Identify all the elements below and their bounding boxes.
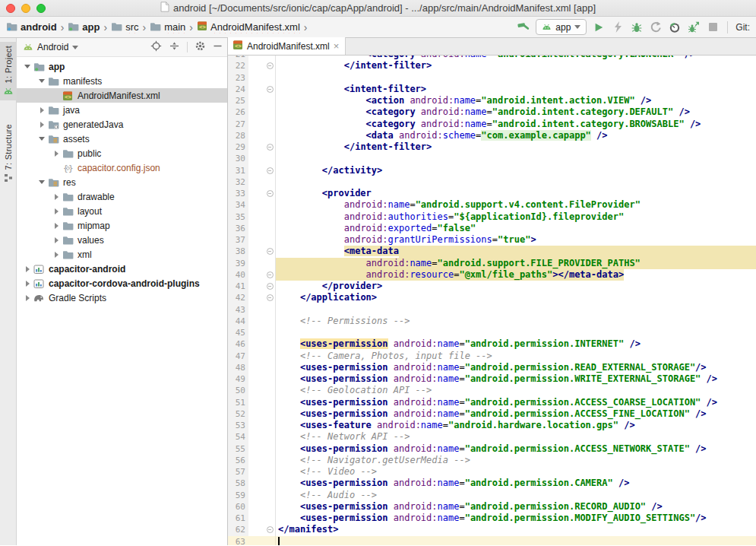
tree-down-arrow-icon[interactable] bbox=[36, 180, 47, 184]
code-line-52[interactable]: 52 <uses-permission android:name="androi… bbox=[228, 408, 756, 420]
tree-row-app[interactable]: app bbox=[17, 59, 227, 74]
tree-right-arrow-icon[interactable] bbox=[51, 194, 62, 200]
code-line-22[interactable]: 22 </intent-filter> bbox=[228, 60, 756, 71]
zoom-window-button[interactable] bbox=[36, 4, 46, 13]
code-line-25[interactable]: 25 <action android:name="android.intent.… bbox=[228, 95, 756, 106]
breadcrumb-item[interactable]: main bbox=[148, 21, 187, 33]
fold-marker-icon[interactable] bbox=[264, 60, 276, 71]
code-line-44[interactable]: 44 <!-- Permissions --> bbox=[228, 316, 756, 327]
collapse-all-icon[interactable] bbox=[169, 40, 180, 54]
profiler-icon[interactable] bbox=[668, 21, 682, 34]
close-tab-icon[interactable] bbox=[334, 41, 340, 51]
coverage-icon[interactable] bbox=[649, 21, 663, 34]
tree-down-arrow-icon[interactable] bbox=[22, 65, 33, 68]
tree-right-arrow-icon[interactable] bbox=[36, 122, 47, 128]
breadcrumb-item[interactable]: android bbox=[5, 21, 59, 33]
fold-marker-icon[interactable] bbox=[264, 281, 276, 292]
fold-marker-icon[interactable] bbox=[264, 292, 276, 303]
code-line-47[interactable]: 47 <!-- Camera, Photos, input file --> bbox=[228, 351, 756, 362]
breadcrumb-item[interactable]: app bbox=[66, 21, 101, 33]
code-line-57[interactable]: 57 <!-- Video --> bbox=[228, 466, 756, 478]
fold-marker-icon[interactable] bbox=[264, 246, 276, 257]
code-line-56[interactable]: 56 <!-- Navigator.getUserMedia --> bbox=[228, 455, 756, 466]
tree-right-arrow-icon[interactable] bbox=[22, 295, 33, 301]
run-icon[interactable] bbox=[592, 21, 606, 34]
code-line-45[interactable]: 45 bbox=[228, 327, 756, 338]
hide-panel-icon[interactable] bbox=[213, 41, 223, 53]
tree-row-xml[interactable]: xml bbox=[17, 247, 227, 262]
code-line-33[interactable]: 33 <provider bbox=[228, 188, 756, 199]
tree-row-assets[interactable]: assets bbox=[17, 132, 227, 146]
attach-debugger-icon[interactable] bbox=[687, 21, 701, 34]
debug-icon[interactable] bbox=[630, 21, 644, 34]
code-line-37[interactable]: 37 android:grantUriPermissions="true"> bbox=[228, 234, 756, 246]
code-line-41[interactable]: 41 </provider> bbox=[228, 281, 756, 292]
close-window-button[interactable] bbox=[6, 4, 15, 13]
run-configuration-select[interactable]: app bbox=[536, 19, 587, 35]
stop-icon[interactable] bbox=[706, 21, 720, 34]
tree-row-public[interactable]: public bbox=[17, 146, 227, 160]
code-line-30[interactable]: 30 bbox=[228, 153, 756, 164]
code-line-60[interactable]: 60 <uses-permission android:name="androi… bbox=[228, 501, 756, 513]
tree-right-arrow-icon[interactable] bbox=[51, 237, 62, 243]
code-line-34[interactable]: 34 android:name="android.support.v4.cont… bbox=[228, 199, 756, 211]
tree-right-arrow-icon[interactable] bbox=[51, 151, 62, 157]
fold-marker-icon[interactable] bbox=[264, 269, 276, 281]
code-line-54[interactable]: 54 <!-- Network API --> bbox=[228, 431, 756, 443]
code-line-53[interactable]: 53 <uses-feature android:name="android.h… bbox=[228, 420, 756, 431]
fold-marker-icon[interactable] bbox=[264, 165, 276, 176]
code-editor[interactable]: 21 <category android:name="android.inten… bbox=[228, 56, 756, 545]
chevron-down-icon[interactable] bbox=[72, 46, 78, 49]
tree-right-arrow-icon[interactable] bbox=[22, 281, 33, 287]
tree-row-drawable[interactable]: drawable bbox=[17, 189, 227, 204]
code-line-43[interactable]: 43 bbox=[228, 304, 756, 316]
fold-marker-icon[interactable] bbox=[264, 188, 276, 199]
tree-row-values[interactable]: values bbox=[17, 233, 227, 247]
tree-right-arrow-icon[interactable] bbox=[51, 252, 62, 258]
tree-right-arrow-icon[interactable] bbox=[36, 107, 47, 113]
stripe-tab--project[interactable]: 1: Project bbox=[0, 42, 17, 100]
code-line-50[interactable]: 50 <!-- Geolocation API --> bbox=[228, 385, 756, 396]
locate-file-icon[interactable] bbox=[150, 40, 162, 54]
tree-row-gradle-scripts[interactable]: Gradle Scripts bbox=[17, 290, 227, 305]
breadcrumb-item[interactable]: <>AndroidManifest.xml bbox=[195, 21, 302, 33]
tree-right-arrow-icon[interactable] bbox=[51, 223, 62, 229]
code-line-36[interactable]: 36 android:exported="false" bbox=[228, 223, 756, 234]
tree-down-arrow-icon[interactable] bbox=[36, 79, 47, 83]
settings-gear-icon[interactable] bbox=[195, 40, 206, 54]
code-line-40[interactable]: 40 android:resource="@xml/file_paths"></… bbox=[228, 269, 756, 281]
code-line-55[interactable]: 55 <uses-permission android:name="androi… bbox=[228, 443, 756, 455]
tree-right-arrow-icon[interactable] bbox=[51, 208, 62, 214]
fold-marker-icon[interactable] bbox=[264, 141, 276, 153]
minimize-window-button[interactable] bbox=[21, 4, 30, 13]
code-line-23[interactable]: 23 bbox=[228, 72, 756, 84]
breadcrumb-item[interactable]: src bbox=[109, 21, 140, 33]
code-line-63[interactable]: 63 bbox=[228, 536, 756, 546]
tree-right-arrow-icon[interactable] bbox=[22, 266, 33, 272]
tree-row-layout[interactable]: layout bbox=[17, 204, 227, 218]
code-line-27[interactable]: 27 <category android:name="android.inten… bbox=[228, 119, 756, 130]
code-line-59[interactable]: 59 <!-- Audio --> bbox=[228, 490, 756, 501]
tree-row-capacitor-android[interactable]: capacitor-android bbox=[17, 262, 227, 276]
editor-tab-androidmanifest[interactable]: <> AndroidManifest.xml bbox=[228, 37, 346, 55]
tree-row-generatedjava[interactable]: generatedJava bbox=[17, 117, 227, 132]
build-hammer-icon[interactable] bbox=[517, 21, 530, 34]
tree-row-mipmap[interactable]: mipmap bbox=[17, 218, 227, 233]
fold-marker-icon[interactable] bbox=[264, 84, 276, 95]
code-line-48[interactable]: 48 <uses-permission android:name="androi… bbox=[228, 362, 756, 373]
code-line-38[interactable]: 38 <meta-data bbox=[228, 246, 756, 257]
tree-down-arrow-icon[interactable] bbox=[36, 137, 47, 141]
tree-row-capacitor-config-json[interactable]: {}capacitor.config.json bbox=[17, 160, 227, 175]
code-line-28[interactable]: 28 <data android:scheme="com.example.cap… bbox=[228, 130, 756, 141]
code-line-61[interactable]: 61 <uses-permission android:name="androi… bbox=[228, 513, 756, 524]
code-line-24[interactable]: 24 <intent-filter> bbox=[228, 84, 756, 95]
code-line-49[interactable]: 49 <uses-permission android:name="androi… bbox=[228, 373, 756, 385]
tree-row-java[interactable]: java bbox=[17, 103, 227, 117]
code-line-29[interactable]: 29 </intent-filter> bbox=[228, 141, 756, 153]
code-line-62[interactable]: 62</manifest> bbox=[228, 524, 756, 535]
stripe-tab--structure[interactable]: 7: Structure bbox=[0, 120, 17, 187]
code-line-58[interactable]: 58 <uses-permission android:name="androi… bbox=[228, 478, 756, 489]
code-line-42[interactable]: 42 </application> bbox=[228, 292, 756, 303]
apply-changes-icon[interactable] bbox=[611, 21, 625, 34]
code-line-51[interactable]: 51 <uses-permission android:name="androi… bbox=[228, 397, 756, 408]
